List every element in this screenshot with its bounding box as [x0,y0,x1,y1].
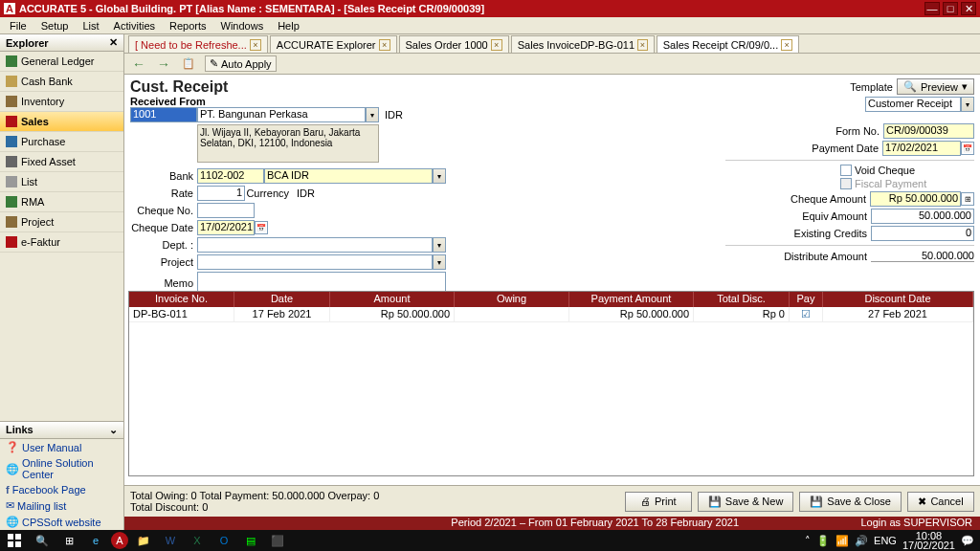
close-icon[interactable]: × [781,39,792,51]
tray-battery-icon: 🔋 [816,535,830,547]
customer-dropdown[interactable]: ▾ [366,107,379,122]
start-button[interactable] [0,530,29,551]
template-select[interactable]: Customer Receipt [865,97,961,112]
auto-apply-button[interactable]: ✎Auto Apply [205,55,277,72]
forward-button[interactable]: → [155,55,172,73]
nav-general-ledger[interactable]: General Ledger [0,52,123,72]
customer-name-input[interactable]: PT. Bangunan Perkasa [197,107,366,122]
customer-code-input[interactable]: 1001 [130,107,197,122]
dept-input[interactable] [197,237,433,253]
equiv-amount: 50.000.000 [871,209,974,224]
payment-date-input[interactable]: 17/02/2021 [882,141,961,156]
title-bar: AACCURATE 5 - Global Building. PT [Alias… [0,0,980,17]
form-no-input[interactable]: CR/09/00039 [883,123,974,139]
invoice-grid[interactable]: Invoice No. Date Amount Owing Payment Am… [128,291,974,476]
word-icon[interactable]: W [157,530,184,551]
tray-lang[interactable]: ENG [874,535,897,546]
calendar-icon[interactable]: 📅 [961,142,974,155]
menu-bar: File Setup List Activities Reports Windo… [0,17,980,34]
tray-notif-icon[interactable]: 💬 [961,535,974,547]
tray-up-icon[interactable]: ˄ [805,535,811,547]
menu-file[interactable]: File [4,19,33,33]
void-cheque-checkbox[interactable] [840,165,852,176]
copy-button[interactable]: 📋 [180,55,197,73]
menu-help[interactable]: Help [272,19,305,33]
project-input[interactable] [197,254,433,270]
back-button[interactable]: ← [130,55,147,73]
link-online-solution[interactable]: 🌐Online Solution Center [0,455,123,482]
cheque-amount-input[interactable]: Rp 50.000.000 [870,191,961,207]
distribute-amount: 50.000.000 [871,250,974,262]
explorer-icon[interactable]: 📁 [130,530,157,551]
calc-icon[interactable]: ⊞ [961,192,974,206]
edge-icon[interactable]: e [82,530,109,551]
excel-icon[interactable]: X [184,530,211,551]
nav-sales[interactable]: Sales [0,112,123,132]
app3-icon[interactable]: ⬛ [264,530,291,551]
outlook-icon[interactable]: O [211,530,237,551]
close-icon[interactable]: × [250,39,261,51]
tray-volume-icon[interactable]: 🔊 [855,535,868,547]
close-icon[interactable]: × [491,39,502,51]
links-expand-icon[interactable]: ⌄ [109,424,118,436]
footer-totals: Total Owing: 0 Total Payment: 50.000.000… [130,490,379,513]
nav-inventory[interactable]: Inventory [0,92,123,112]
link-mailing[interactable]: ✉Mailing list [0,497,123,514]
nav-cash-bank[interactable]: Cash Bank [0,72,123,92]
explorer-title: Explorer [6,37,49,49]
tab-sales-invoice[interactable]: Sales InvoiceDP-BG-011× [511,35,655,53]
existing-credits: 0 [871,226,974,241]
tray-wifi-icon: 📶 [835,535,849,547]
status-bar: Period 2/2021 – From 01 February 2021 To… [124,517,980,530]
menu-list[interactable]: List [77,19,104,33]
customer-address: Jl. Wijaya II, Kebayoran Baru, Jakarta S… [197,124,379,163]
tab-sales-receipt[interactable]: Sales Receipt CR/09/0...× [657,35,799,53]
nav-project[interactable]: Project [0,212,123,232]
nav-efaktur[interactable]: e-Faktur [0,232,123,253]
taskbar[interactable]: 🔍 ⊞ e A 📁 W X O ▤ ⬛ ˄ 🔋 📶 🔊 ENG 10:08 17… [0,530,980,551]
maximize-button[interactable]: □ [943,2,958,15]
preview-button[interactable]: 🔍Preview ▾ [897,78,974,95]
menu-activities[interactable]: Activities [108,19,161,33]
tab-sales-order[interactable]: Sales Order 1000× [399,35,509,53]
project-dropdown[interactable]: ▾ [433,254,446,270]
bank-name-input[interactable]: BCA IDR [264,168,433,184]
pay-checkbox[interactable]: ☑ [790,307,823,322]
rate-input[interactable]: 1 [197,186,245,201]
dept-dropdown[interactable]: ▾ [433,237,446,253]
cheque-date-input[interactable]: 17/02/2021 [197,220,255,235]
tab-refresh[interactable]: [ Need to be Refreshe...× [128,35,268,53]
menu-setup[interactable]: Setup [35,19,75,33]
search-icon[interactable]: 🔍 [29,530,56,551]
menu-reports[interactable]: Reports [164,19,212,33]
cancel-button[interactable]: ✖Cancel [907,492,974,512]
link-cpssoft[interactable]: 🌐CPSSoft website [0,514,123,530]
calendar-icon[interactable]: 📅 [255,221,268,234]
nav-rma[interactable]: RMA [0,192,123,212]
close-button[interactable]: ✕ [961,2,976,15]
bank-code-input[interactable]: 1102-002 [197,168,264,184]
close-icon[interactable]: × [637,39,648,51]
cheque-no-input[interactable] [197,203,255,218]
save-new-button[interactable]: 💾Save & New [698,492,794,512]
tray-date: 17/02/2021 [902,540,955,550]
menu-windows[interactable]: Windows [215,19,270,33]
tab-accurate-explorer[interactable]: ACCURATE Explorer× [270,35,397,53]
app2-icon[interactable]: ▤ [237,530,264,551]
bank-dropdown[interactable]: ▾ [433,168,446,184]
minimize-button[interactable]: — [924,2,940,15]
template-dropdown[interactable]: ▾ [961,97,974,112]
collapse-icon[interactable]: ✕ [109,36,118,49]
nav-list[interactable]: List [0,172,123,192]
print-button[interactable]: 🖨Print [625,492,692,512]
close-icon[interactable]: × [379,39,390,51]
link-user-manual[interactable]: ❓User Manual [0,439,123,455]
link-facebook[interactable]: fFacebook Page [0,482,123,497]
app-icon[interactable]: A [111,532,128,549]
nav-fixed-asset[interactable]: Fixed Asset [0,152,123,172]
table-row[interactable]: DP-BG-011 17 Feb 2021 Rp 50.000.000 Rp 5… [129,307,973,322]
save-close-button[interactable]: 💾Save & Close [799,492,902,512]
taskview-icon[interactable]: ⊞ [56,530,82,551]
fiscal-payment-checkbox [840,178,852,189]
nav-purchase[interactable]: Purchase [0,132,123,152]
